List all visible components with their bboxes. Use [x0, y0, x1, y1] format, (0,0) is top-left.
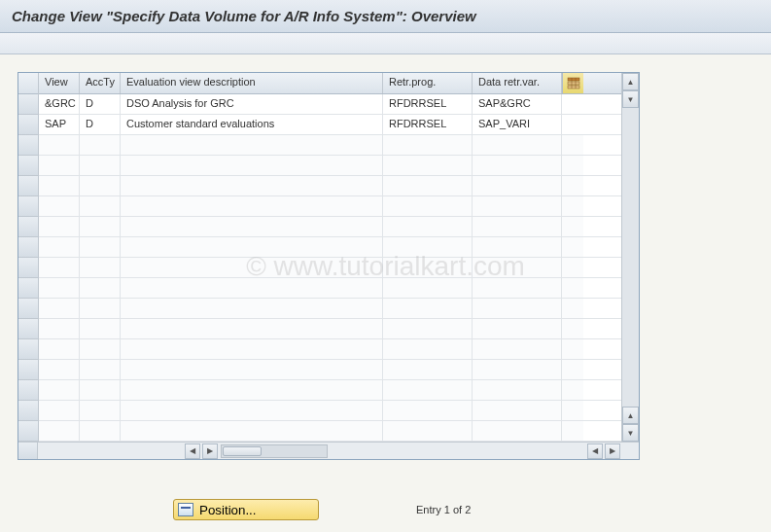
table-row[interactable] — [39, 360, 621, 380]
table-row[interactable]: &GRC D DSO Analysis for GRC RFDRRSEL SAP… — [39, 94, 621, 115]
column-header-view[interactable]: View — [39, 73, 80, 93]
scroll-left-icon[interactable]: ◀ — [587, 443, 603, 459]
table-row[interactable] — [39, 319, 621, 339]
table-row[interactable] — [39, 421, 621, 442]
table-row[interactable] — [39, 339, 621, 360]
row-selector[interactable] — [18, 196, 38, 217]
row-selector[interactable] — [18, 94, 38, 115]
table-row[interactable] — [39, 278, 621, 299]
row-selector[interactable] — [18, 319, 38, 339]
table-row[interactable]: SAP D Customer standard evaluations RFDR… — [39, 115, 621, 135]
table-header: View AccTy Evaluation view description R… — [39, 73, 621, 94]
position-button[interactable]: Position... — [173, 499, 319, 520]
select-all-corner[interactable] — [18, 73, 38, 94]
column-header-retr[interactable]: Retr.prog. — [383, 73, 473, 93]
scroll-left-icon[interactable]: ◀ — [185, 443, 200, 459]
svg-rect-2 — [568, 86, 579, 89]
entry-counter: Entry 1 of 2 — [416, 504, 471, 515]
cell-view[interactable]: &GRC — [39, 94, 80, 114]
row-selector-column — [18, 73, 39, 442]
toolbar — [0, 33, 771, 54]
scroll-up-icon[interactable]: ▲ — [622, 407, 639, 424]
table-row[interactable] — [39, 135, 621, 156]
table-row[interactable] — [39, 237, 621, 258]
table-row[interactable] — [39, 217, 621, 237]
cell-view[interactable]: SAP — [39, 115, 80, 134]
table-config-icon[interactable] — [562, 73, 583, 93]
row-selector[interactable] — [18, 421, 38, 442]
cell-retr[interactable]: RFDRRSEL — [383, 94, 473, 114]
row-selector[interactable] — [18, 237, 38, 258]
svg-rect-1 — [568, 82, 579, 85]
table-row[interactable] — [39, 176, 621, 196]
scroll-track[interactable] — [221, 444, 328, 458]
row-selector[interactable] — [18, 299, 38, 319]
data-table: View AccTy Evaluation view description R… — [18, 72, 640, 460]
scroll-down-icon[interactable]: ▼ — [622, 90, 639, 108]
row-selector[interactable] — [18, 278, 38, 299]
row-selector[interactable] — [18, 217, 38, 237]
scroll-track[interactable] — [622, 108, 639, 407]
row-selector[interactable] — [18, 360, 38, 380]
table-row[interactable] — [39, 196, 621, 217]
cell-desc[interactable]: DSO Analysis for GRC — [121, 94, 383, 114]
row-selector[interactable] — [18, 258, 38, 278]
table-row[interactable] — [39, 156, 621, 176]
page-title: Change View "Specify Data Volume for A/R… — [0, 0, 771, 33]
row-selector[interactable] — [18, 156, 38, 176]
scroll-up-icon[interactable]: ▲ — [622, 73, 639, 90]
cell-accty[interactable]: D — [80, 94, 121, 114]
column-header-accty[interactable]: AccTy — [80, 73, 121, 93]
table-body: &GRC D DSO Analysis for GRC RFDRRSEL SAP… — [39, 94, 621, 442]
row-selector[interactable] — [18, 339, 38, 360]
row-selector[interactable] — [18, 115, 38, 135]
cell-datavar[interactable]: SAP_VARI — [473, 115, 562, 134]
row-selector[interactable] — [18, 135, 38, 156]
table-row[interactable] — [39, 299, 621, 319]
cell-desc[interactable]: Customer standard evaluations — [121, 115, 383, 134]
position-label: Position... — [199, 503, 257, 517]
cell-accty[interactable]: D — [80, 115, 121, 134]
cell-datavar[interactable]: SAP&GRC — [473, 94, 562, 114]
row-selector[interactable] — [18, 380, 38, 401]
scroll-thumb[interactable] — [223, 446, 262, 456]
scroll-right-icon[interactable]: ▶ — [605, 443, 620, 459]
column-header-datavar[interactable]: Data retr.var. — [473, 73, 562, 93]
table-row[interactable] — [39, 401, 621, 421]
horizontal-scrollbar[interactable]: ◀ ▶ ◀ ▶ — [18, 442, 639, 459]
scroll-down-icon[interactable]: ▼ — [622, 424, 639, 442]
row-selector[interactable] — [18, 401, 38, 421]
column-header-desc[interactable]: Evaluation view description — [121, 73, 383, 93]
table-row[interactable] — [39, 380, 621, 401]
vertical-scrollbar[interactable]: ▲ ▼ ▲ ▼ — [621, 73, 639, 442]
position-icon — [178, 503, 193, 516]
scroll-right-icon[interactable]: ▶ — [202, 443, 218, 459]
cell-retr[interactable]: RFDRRSEL — [383, 115, 473, 134]
table-row[interactable] — [39, 258, 621, 278]
row-selector[interactable] — [18, 176, 38, 196]
svg-rect-0 — [568, 78, 579, 81]
